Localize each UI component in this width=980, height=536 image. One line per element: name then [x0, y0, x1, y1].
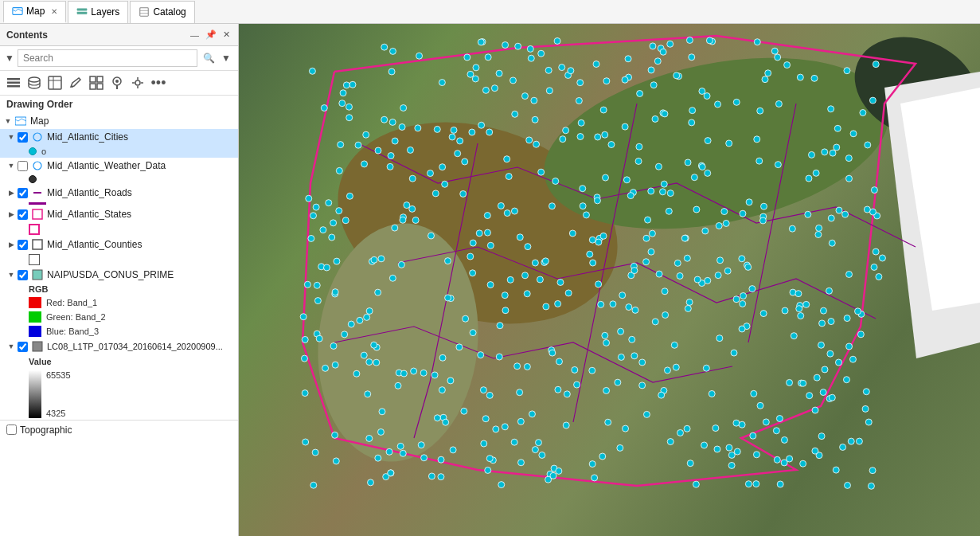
tab-catalog-label: Catalog	[153, 6, 185, 18]
cities-layer-name: Mid_Atlantic_Cities	[47, 131, 128, 143]
lc08-gradient: 65535 4325	[0, 369, 238, 420]
svg-rect-14	[90, 76, 96, 82]
counties-checkbox[interactable]	[18, 240, 28, 250]
expand-lc08-icon: ▼	[6, 342, 16, 351]
sidebar-header-icons: — 📌 ✕	[189, 29, 232, 41]
roads-layer-name: Mid_Atlantic_Roads	[47, 187, 132, 198]
contents-toolbar: •••	[0, 71, 238, 96]
sidebar-title: Contents	[6, 29, 48, 41]
layer-counties[interactable]: ▶ Mid_Atlantic_Counties	[0, 237, 238, 252]
svg-rect-31	[33, 240, 42, 249]
layer-naip[interactable]: ▼ NAIP\USDA_CONUS_PRIME	[0, 267, 238, 283]
svg-rect-17	[97, 84, 103, 89]
map-icon	[12, 6, 23, 17]
search-clear-button[interactable]: ▼	[219, 51, 233, 65]
tab-layers[interactable]: Layers	[68, 1, 128, 23]
counties-swatch	[29, 254, 40, 265]
pin-icon[interactable]: 📌	[204, 29, 218, 41]
expand-naip-icon: ▼	[6, 270, 16, 280]
tab-layers-label: Layers	[91, 6, 119, 18]
roads-checkbox[interactable]	[18, 188, 28, 198]
database-button[interactable]	[25, 74, 43, 92]
lc08-layer-icon	[31, 340, 44, 353]
minimize-icon[interactable]: —	[189, 29, 201, 41]
states-checkbox[interactable]	[18, 209, 28, 220]
tab-catalog[interactable]: Catalog	[130, 1, 194, 23]
lc08-top-value: 65535	[46, 370, 71, 380]
svg-point-9	[29, 77, 40, 82]
search-buttons: 🔍 ▼	[201, 51, 233, 65]
svg-rect-7	[7, 82, 20, 84]
svg-point-27	[33, 133, 41, 141]
svg-rect-10	[49, 76, 61, 89]
layer-map[interactable]: ▼ Map	[0, 113, 238, 129]
search-magnify-button[interactable]: 🔍	[201, 51, 217, 65]
svg-rect-32	[33, 270, 42, 280]
weather-layer-name: Mid_Atlantic_Weather_Data	[47, 160, 166, 171]
map-canvas-element	[239, 24, 980, 536]
layer-roads[interactable]: ▶ Mid_Atlantic_Roads	[0, 185, 238, 201]
layers-icon	[76, 6, 88, 18]
layer-states[interactable]: ▶ Mid_Atlantic_States	[0, 206, 238, 222]
weather-checkbox[interactable]	[18, 161, 28, 171]
svg-rect-2	[77, 12, 87, 14]
grid-icon	[89, 76, 103, 90]
naip-rgb-label: RGB	[0, 283, 238, 295]
naip-red-legend: Red: Band_1	[0, 295, 238, 310]
close-icon[interactable]: ✕	[221, 29, 232, 41]
tab-map-close[interactable]: ✕	[51, 7, 57, 16]
states-swatch	[29, 224, 40, 235]
table-button[interactable]	[46, 74, 64, 92]
search-bar: ▼ 🔍 ▼	[0, 46, 238, 71]
paint-button[interactable]	[108, 74, 126, 92]
svg-rect-1	[77, 9, 87, 11]
states-layer-name: Mid_Atlantic_States	[47, 209, 131, 220]
svg-rect-8	[7, 85, 20, 88]
map-layer-icon	[14, 115, 27, 127]
layer-lc08[interactable]: ▼ LC08_L1TP_017034_20160614_20200909...	[0, 338, 238, 354]
symbol-button[interactable]	[129, 74, 146, 92]
svg-point-28	[33, 162, 41, 170]
layer-cities[interactable]: ▼ Mid_Atlantic_Cities	[0, 129, 238, 145]
svg-rect-3	[140, 8, 149, 17]
expand-counties-icon: ▶	[6, 240, 16, 249]
naip-red-text: Red: Band_1	[46, 298, 97, 307]
filter-icon: ▼	[5, 53, 14, 64]
cities-legend-text: o	[41, 147, 46, 156]
more-button[interactable]: •••	[150, 74, 167, 92]
weather-layer-icon	[31, 159, 44, 172]
expand-weather-icon: ▼	[6, 161, 16, 170]
lc08-value-label: Value	[0, 354, 238, 369]
expand-states-icon: ▶	[6, 209, 16, 219]
states-legend	[0, 222, 238, 237]
layers-list: ▼ Map ▼ Mid_Atlantic_Cities o	[0, 113, 238, 536]
sidebar-header: Contents — 📌 ✕	[0, 24, 238, 46]
layer-weather[interactable]: ▼ Mid_Atlantic_Weather_Data	[0, 158, 238, 174]
naip-blue-text: Blue: Band_3	[46, 327, 99, 336]
tab-map[interactable]: Map ✕	[3, 1, 66, 23]
expand-map-icon: ▼	[3, 116, 13, 126]
map-layer-name: Map	[30, 115, 49, 127]
lc08-checkbox[interactable]	[18, 342, 28, 352]
tab-map-label: Map	[26, 6, 45, 17]
search-input[interactable]	[18, 49, 197, 67]
list-view-button[interactable]	[5, 74, 22, 92]
svg-rect-33	[33, 342, 42, 351]
roads-swatch	[29, 202, 46, 205]
counties-layer-name: Mid_Atlantic_Counties	[47, 239, 142, 250]
cities-swatch	[29, 147, 37, 155]
states-layer-icon	[31, 208, 44, 221]
drawing-order-label: Drawing Order	[0, 96, 238, 113]
naip-layer-icon	[31, 268, 44, 281]
table-icon	[48, 76, 62, 90]
symbol-icon	[131, 76, 145, 90]
pencil-button[interactable]	[67, 74, 84, 92]
naip-checkbox[interactable]	[18, 270, 28, 280]
expand-cities-icon: ▼	[6, 132, 16, 142]
grid-button[interactable]	[88, 74, 105, 92]
svg-rect-15	[97, 76, 103, 82]
naip-layer-name: NAIP\USDA_CONUS_PRIME	[47, 269, 174, 280]
cities-checkbox[interactable]	[18, 132, 28, 143]
topographic-checkbox[interactable]	[6, 424, 17, 435]
lc08-value-text: Value	[29, 357, 52, 366]
